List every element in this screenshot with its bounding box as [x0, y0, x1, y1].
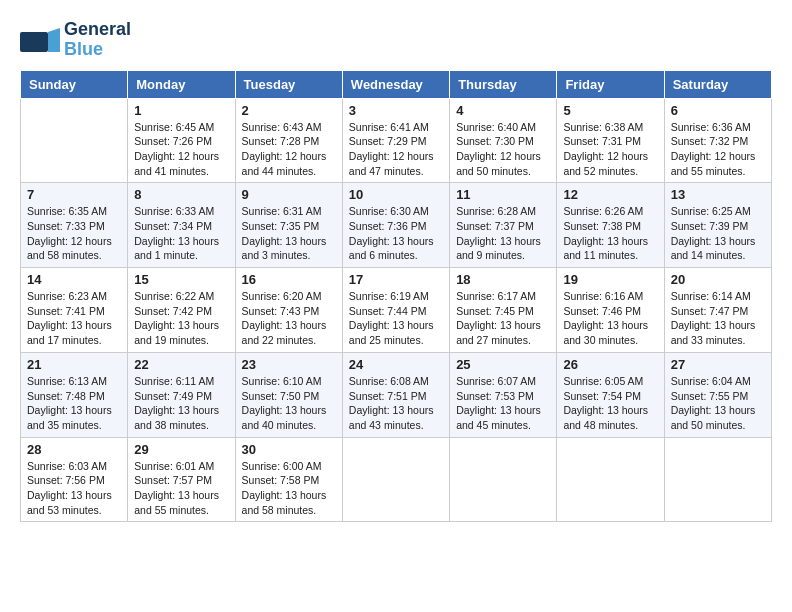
calendar-cell: 10Sunrise: 6:30 AMSunset: 7:36 PMDayligh… [342, 183, 449, 268]
column-header-thursday: Thursday [450, 70, 557, 98]
calendar-cell [21, 98, 128, 183]
day-number: 20 [671, 272, 765, 287]
calendar-cell: 30Sunrise: 6:00 AMSunset: 7:58 PMDayligh… [235, 437, 342, 522]
day-number: 28 [27, 442, 121, 457]
day-info: Sunrise: 6:00 AMSunset: 7:58 PMDaylight:… [242, 459, 336, 518]
svg-marker-1 [48, 28, 60, 52]
calendar-cell: 3Sunrise: 6:41 AMSunset: 7:29 PMDaylight… [342, 98, 449, 183]
day-number: 1 [134, 103, 228, 118]
calendar-cell: 19Sunrise: 6:16 AMSunset: 7:46 PMDayligh… [557, 268, 664, 353]
day-info: Sunrise: 6:22 AMSunset: 7:42 PMDaylight:… [134, 289, 228, 348]
day-info: Sunrise: 6:03 AMSunset: 7:56 PMDaylight:… [27, 459, 121, 518]
calendar-cell: 28Sunrise: 6:03 AMSunset: 7:56 PMDayligh… [21, 437, 128, 522]
logo: General Blue [20, 20, 131, 60]
day-number: 14 [27, 272, 121, 287]
column-header-friday: Friday [557, 70, 664, 98]
calendar-cell: 20Sunrise: 6:14 AMSunset: 7:47 PMDayligh… [664, 268, 771, 353]
column-header-sunday: Sunday [21, 70, 128, 98]
day-info: Sunrise: 6:40 AMSunset: 7:30 PMDaylight:… [456, 120, 550, 179]
calendar-cell: 14Sunrise: 6:23 AMSunset: 7:41 PMDayligh… [21, 268, 128, 353]
calendar-cell: 25Sunrise: 6:07 AMSunset: 7:53 PMDayligh… [450, 352, 557, 437]
calendar-week-row: 21Sunrise: 6:13 AMSunset: 7:48 PMDayligh… [21, 352, 772, 437]
column-header-tuesday: Tuesday [235, 70, 342, 98]
day-info: Sunrise: 6:31 AMSunset: 7:35 PMDaylight:… [242, 204, 336, 263]
day-info: Sunrise: 6:05 AMSunset: 7:54 PMDaylight:… [563, 374, 657, 433]
calendar-cell: 13Sunrise: 6:25 AMSunset: 7:39 PMDayligh… [664, 183, 771, 268]
day-info: Sunrise: 6:17 AMSunset: 7:45 PMDaylight:… [456, 289, 550, 348]
day-info: Sunrise: 6:26 AMSunset: 7:38 PMDaylight:… [563, 204, 657, 263]
day-info: Sunrise: 6:36 AMSunset: 7:32 PMDaylight:… [671, 120, 765, 179]
calendar-cell: 26Sunrise: 6:05 AMSunset: 7:54 PMDayligh… [557, 352, 664, 437]
day-number: 13 [671, 187, 765, 202]
calendar-cell [450, 437, 557, 522]
calendar-cell: 2Sunrise: 6:43 AMSunset: 7:28 PMDaylight… [235, 98, 342, 183]
day-info: Sunrise: 6:11 AMSunset: 7:49 PMDaylight:… [134, 374, 228, 433]
calendar-cell: 12Sunrise: 6:26 AMSunset: 7:38 PMDayligh… [557, 183, 664, 268]
day-number: 4 [456, 103, 550, 118]
calendar-cell: 4Sunrise: 6:40 AMSunset: 7:30 PMDaylight… [450, 98, 557, 183]
day-number: 27 [671, 357, 765, 372]
day-number: 9 [242, 187, 336, 202]
calendar-cell: 17Sunrise: 6:19 AMSunset: 7:44 PMDayligh… [342, 268, 449, 353]
day-number: 24 [349, 357, 443, 372]
calendar-cell: 7Sunrise: 6:35 AMSunset: 7:33 PMDaylight… [21, 183, 128, 268]
day-number: 6 [671, 103, 765, 118]
calendar-week-row: 28Sunrise: 6:03 AMSunset: 7:56 PMDayligh… [21, 437, 772, 522]
day-info: Sunrise: 6:41 AMSunset: 7:29 PMDaylight:… [349, 120, 443, 179]
day-info: Sunrise: 6:38 AMSunset: 7:31 PMDaylight:… [563, 120, 657, 179]
calendar-cell: 23Sunrise: 6:10 AMSunset: 7:50 PMDayligh… [235, 352, 342, 437]
day-info: Sunrise: 6:45 AMSunset: 7:26 PMDaylight:… [134, 120, 228, 179]
day-info: Sunrise: 6:16 AMSunset: 7:46 PMDaylight:… [563, 289, 657, 348]
calendar-cell [342, 437, 449, 522]
calendar-cell: 16Sunrise: 6:20 AMSunset: 7:43 PMDayligh… [235, 268, 342, 353]
calendar-table: SundayMondayTuesdayWednesdayThursdayFrid… [20, 70, 772, 523]
day-number: 5 [563, 103, 657, 118]
day-info: Sunrise: 6:19 AMSunset: 7:44 PMDaylight:… [349, 289, 443, 348]
day-info: Sunrise: 6:43 AMSunset: 7:28 PMDaylight:… [242, 120, 336, 179]
day-number: 11 [456, 187, 550, 202]
day-info: Sunrise: 6:28 AMSunset: 7:37 PMDaylight:… [456, 204, 550, 263]
day-info: Sunrise: 6:23 AMSunset: 7:41 PMDaylight:… [27, 289, 121, 348]
day-number: 2 [242, 103, 336, 118]
day-info: Sunrise: 6:01 AMSunset: 7:57 PMDaylight:… [134, 459, 228, 518]
calendar-header-row: SundayMondayTuesdayWednesdayThursdayFrid… [21, 70, 772, 98]
column-header-saturday: Saturday [664, 70, 771, 98]
day-info: Sunrise: 6:10 AMSunset: 7:50 PMDaylight:… [242, 374, 336, 433]
day-info: Sunrise: 6:14 AMSunset: 7:47 PMDaylight:… [671, 289, 765, 348]
day-info: Sunrise: 6:20 AMSunset: 7:43 PMDaylight:… [242, 289, 336, 348]
day-info: Sunrise: 6:08 AMSunset: 7:51 PMDaylight:… [349, 374, 443, 433]
column-header-monday: Monday [128, 70, 235, 98]
day-number: 17 [349, 272, 443, 287]
calendar-cell: 8Sunrise: 6:33 AMSunset: 7:34 PMDaylight… [128, 183, 235, 268]
header: General Blue [20, 20, 772, 60]
calendar-cell: 6Sunrise: 6:36 AMSunset: 7:32 PMDaylight… [664, 98, 771, 183]
day-number: 7 [27, 187, 121, 202]
day-number: 23 [242, 357, 336, 372]
calendar-cell: 9Sunrise: 6:31 AMSunset: 7:35 PMDaylight… [235, 183, 342, 268]
day-info: Sunrise: 6:30 AMSunset: 7:36 PMDaylight:… [349, 204, 443, 263]
day-info: Sunrise: 6:25 AMSunset: 7:39 PMDaylight:… [671, 204, 765, 263]
day-info: Sunrise: 6:04 AMSunset: 7:55 PMDaylight:… [671, 374, 765, 433]
day-number: 25 [456, 357, 550, 372]
calendar-cell: 21Sunrise: 6:13 AMSunset: 7:48 PMDayligh… [21, 352, 128, 437]
calendar-cell: 5Sunrise: 6:38 AMSunset: 7:31 PMDaylight… [557, 98, 664, 183]
day-number: 3 [349, 103, 443, 118]
day-number: 10 [349, 187, 443, 202]
day-info: Sunrise: 6:07 AMSunset: 7:53 PMDaylight:… [456, 374, 550, 433]
day-number: 26 [563, 357, 657, 372]
calendar-week-row: 1Sunrise: 6:45 AMSunset: 7:26 PMDaylight… [21, 98, 772, 183]
calendar-cell [557, 437, 664, 522]
day-number: 19 [563, 272, 657, 287]
calendar-cell: 18Sunrise: 6:17 AMSunset: 7:45 PMDayligh… [450, 268, 557, 353]
day-number: 29 [134, 442, 228, 457]
day-number: 12 [563, 187, 657, 202]
calendar-cell [664, 437, 771, 522]
day-number: 30 [242, 442, 336, 457]
calendar-cell: 22Sunrise: 6:11 AMSunset: 7:49 PMDayligh… [128, 352, 235, 437]
svg-rect-0 [20, 32, 48, 52]
day-number: 22 [134, 357, 228, 372]
calendar-cell: 24Sunrise: 6:08 AMSunset: 7:51 PMDayligh… [342, 352, 449, 437]
day-number: 8 [134, 187, 228, 202]
calendar-cell: 27Sunrise: 6:04 AMSunset: 7:55 PMDayligh… [664, 352, 771, 437]
day-info: Sunrise: 6:13 AMSunset: 7:48 PMDaylight:… [27, 374, 121, 433]
